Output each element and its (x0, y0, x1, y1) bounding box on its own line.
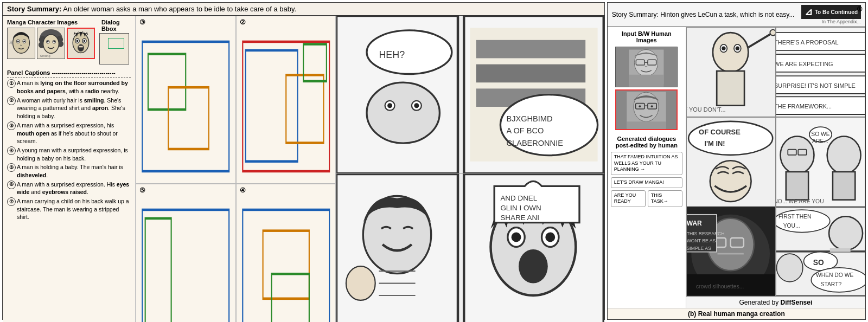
svg-text:A OF BCO: A OF BCO (507, 126, 544, 135)
manga-row-2: AND DNEL GLIN I OWN SHARE ANI (336, 174, 604, 322)
svg-text:START?: START? (820, 282, 841, 288)
svg-rect-175 (830, 248, 851, 252)
svg-text:SO WE: SO WE (811, 131, 830, 137)
svg-text:WONT BE AS: WONT BE AS (687, 239, 716, 244)
caption-7-text: A man carrying a child on his back walk … (17, 197, 131, 221)
layout-grid: ③ ② (136, 16, 336, 322)
manga-images-row: Manga Character Images (7, 19, 131, 65)
svg-text:BJXGHBIMD: BJXGHBIMD (507, 114, 553, 123)
manga-images-label: Manga Character Images (7, 19, 95, 25)
svg-point-127 (722, 47, 725, 50)
tbc-text: To Be Continued (815, 9, 858, 15)
dialogue-4: THIS TASK→ (648, 190, 682, 207)
left-content: Manga Character Images (3, 16, 604, 322)
to-be-continued-badge: ⊿ To Be Continued (801, 5, 861, 19)
right-content: Input B/W Human Images (608, 27, 865, 308)
input-panel-top: HEH? BJXGHBIMD (336, 16, 604, 173)
manga-strip-2-2: SO WE ARE... NO... WE ARE YOU (776, 117, 865, 207)
svg-point-67 (346, 266, 375, 300)
svg-point-23 (76, 40, 79, 42)
caption-2-text: A woman with curly hair is smiling. She'… (17, 96, 131, 120)
svg-point-174 (829, 217, 863, 250)
svg-text:FIRST THEN: FIRST THEN (778, 214, 811, 220)
manga-char-3 (67, 28, 95, 59)
input-panel-mid: AND DNEL GLIN I OWN SHARE ANI (336, 174, 604, 322)
svg-text:SO: SO (813, 259, 824, 267)
dialogue-4-text: THIS TASK→ (651, 192, 668, 204)
right-story-text: Story Summary: Hinton gives LeCun a task… (612, 11, 797, 18)
svg-point-176 (776, 254, 802, 282)
svg-rect-26 (79, 46, 82, 48)
num-2: ② (7, 96, 16, 105)
num-5: ⑤ (7, 163, 16, 172)
layout-cell-2: ② (236, 16, 336, 184)
svg-rect-34 (142, 210, 229, 322)
svg-text:WHEN DO WE: WHEN DO WE (816, 273, 854, 279)
captions-title: Panel Captions -------------------------… (7, 69, 131, 78)
svg-point-123 (770, 30, 775, 36)
left-story-label: Story Summary: (7, 5, 61, 13)
dialogue-row-3: ARE YOU READY THIS TASK→ (611, 190, 682, 207)
bw-person-2 (615, 89, 678, 130)
svg-text:NO... WE ARE YOU: NO... WE ARE YOU (776, 198, 824, 204)
num-3: ③ (7, 121, 16, 130)
input-bw-label: Input B/W Human Images (611, 30, 682, 43)
svg-point-75 (545, 233, 555, 242)
svg-text:crowd silhouettes...: crowd silhouettes... (696, 284, 744, 289)
dialog-bbox-label: Dialog Bbox (101, 19, 131, 32)
gen-dialogues-label: Generated dialogues post-edited by human (611, 136, 682, 149)
svg-rect-150 (833, 172, 855, 200)
svg-point-54 (414, 103, 419, 108)
svg-rect-57 (476, 65, 586, 83)
svg-text:SIMPLE AS: SIMPLE AS (687, 246, 711, 252)
right-main-caption: (b) Real human manga creation (608, 308, 865, 319)
svg-point-53 (387, 103, 392, 108)
svg-rect-28 (148, 54, 186, 110)
svg-text:Smiling: Smiling (40, 54, 50, 57)
caption-5: ⑤ A man is holding a baby. The man's hai… (7, 163, 131, 179)
manga-strip-2-1: OF COURSE I'M IN! (686, 117, 776, 207)
num-4: ④ (7, 146, 16, 155)
dialogue-boxes: THAT FAMED INTUITION AS WELLS AS YOUR TU… (611, 152, 682, 207)
svg-text:ARE...: ARE... (812, 138, 828, 144)
svg-point-149 (827, 136, 861, 173)
svg-point-50 (367, 82, 439, 143)
layout-area: ③ ② (136, 16, 336, 322)
svg-rect-36 (242, 210, 329, 322)
svg-text:CLABERONNIE: CLABERONNIE (507, 139, 564, 147)
svg-text:IF YOU DON'T...: IF YOU DON'T... (687, 106, 726, 113)
manga-row-1: HEH? BJXGHBIMD (336, 16, 604, 174)
manga-images-col: Manga Character Images (7, 19, 95, 59)
svg-point-145 (780, 136, 814, 173)
svg-point-179 (811, 268, 865, 292)
layout-num-2: ② (240, 18, 246, 26)
caption-6: ⑥ A man with a surprised expression. His… (7, 181, 131, 196)
caption-1-text: A man is lying on the floor surrounded b… (17, 79, 131, 95)
svg-text:SHARE ANI: SHARE ANI (500, 214, 539, 222)
svg-rect-56 (476, 40, 586, 59)
tbc-arrow-icon: ⊿ (805, 6, 813, 18)
right-story-content: Hinton gives LeCun a task, which is not … (660, 11, 794, 18)
left-panel: Story Summary: An older woman asks a man… (2, 2, 605, 320)
appendix-note: In The Appendix... (822, 19, 861, 24)
right-story-label: Story Summary: (612, 11, 659, 18)
svg-rect-31 (245, 50, 297, 162)
manga-strips: IF YOU DON'T... THERE'S A PROPOSAL WE AR… (686, 27, 865, 297)
dialog-bbox-box (99, 33, 129, 65)
svg-point-5 (23, 41, 25, 42)
right-generated-brand: DiffSensei (781, 299, 813, 306)
right-panel: Story Summary: Hinton gives LeCun a task… (607, 2, 866, 320)
dialogue-1-text: THAT FAMED INTUITION AS WELLS AS YOUR TU… (614, 154, 678, 172)
manga-panels-area: HEH? BJXGHBIMD (336, 16, 604, 322)
caption-4: ④ A young man with a surprised expressio… (7, 146, 131, 162)
svg-point-118 (651, 105, 653, 107)
svg-text:OF COURSE: OF COURSE (699, 128, 741, 136)
svg-rect-110 (629, 75, 664, 87)
svg-point-128 (736, 47, 739, 50)
svg-rect-124 (717, 71, 744, 106)
dialogue-3-text: ARE YOU READY (614, 192, 636, 204)
layout-num-1-overlay: ① (857, 5, 863, 13)
tbc-container: ⊿ To Be Continued In The Appendix... (801, 5, 861, 24)
svg-text:AND DNEL: AND DNEL (500, 194, 537, 202)
svg-text:GLIN I OWN: GLIN I OWN (500, 204, 541, 212)
